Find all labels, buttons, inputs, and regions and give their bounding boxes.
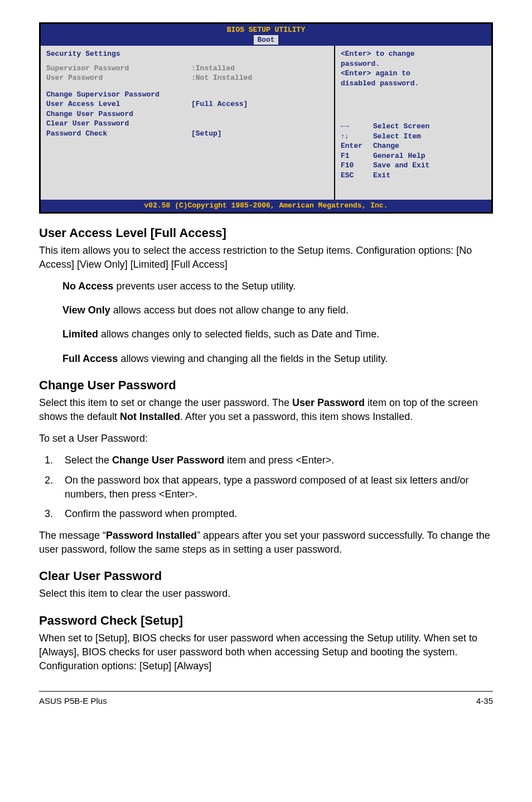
bios-change-user-pwd: Change User Password	[46, 109, 191, 119]
para-cup-d: . After you set a password, this item sh…	[180, 411, 413, 422]
bios-pc-label: Password Check	[46, 129, 191, 139]
ual-options-block: No Access prevents user access to the Se…	[39, 279, 493, 366]
bios-screenshot: BIOS SETUP UTILITY Boot Security Setting…	[39, 22, 493, 214]
bios-key-esc-d: Exit	[373, 171, 486, 181]
footer-left: ASUS P5B-E Plus	[39, 696, 107, 706]
para-cup-intro: Select this item to set or change the us…	[39, 396, 493, 424]
ual-no-access-t: prevents user access to the Setup utilit…	[113, 281, 296, 292]
bios-header: BIOS SETUP UTILITY Boot	[41, 24, 491, 46]
bios-key-select-screen: Select Screen	[373, 122, 486, 132]
li1-a: Select the	[65, 455, 112, 466]
heading-user-access-level: User Access Level [Full Access]	[39, 226, 493, 240]
bios-user-pwd-value: :Not Installed	[191, 73, 328, 83]
bios-key-f1-d: General Help	[373, 151, 486, 161]
bios-key-f10-d: Save and Exit	[373, 161, 486, 171]
bios-key-select-item: Select Item	[373, 132, 486, 142]
bios-key-f1-k: F1	[341, 151, 373, 161]
para-set-user-pwd: To set a User Password:	[39, 432, 493, 446]
li1-c: item and press <Enter>.	[224, 455, 334, 466]
para-cup-a: Select this item to set or change the us…	[39, 397, 292, 408]
ual-view-only-b: View Only	[62, 305, 110, 316]
heading-clear-user-pwd: Clear User Password	[39, 569, 493, 583]
bios-left-panel: Security Settings Supervisor Password :I…	[41, 46, 335, 200]
bios-ual-label: User Access Level	[46, 99, 191, 109]
para-password-check: When set to [Setup], BIOS checks for use…	[39, 631, 493, 674]
bios-pc-value: [Setup]	[191, 129, 328, 139]
bios-help-line3: <Enter> again to	[341, 69, 486, 79]
bios-help-line1: <Enter> to change	[341, 49, 486, 59]
footer-right: 4-35	[476, 696, 493, 706]
bios-key-esc-k: ESC	[341, 171, 373, 181]
para-clear-user-pwd: Select this item to clear the user passw…	[39, 587, 493, 601]
bios-help-line2: password.	[341, 59, 486, 69]
bios-tab-boot: Boot	[254, 35, 278, 45]
ual-view-only-t: allows access but does not allow change …	[110, 305, 349, 316]
bios-sup-pwd-label: Supervisor Password	[46, 64, 191, 74]
ual-full-access-b: Full Access	[62, 353, 118, 364]
ual-limited-t: allows changes only to selected fields, …	[98, 328, 379, 340]
bios-change-sup-pwd: Change Supervisor Password	[46, 90, 191, 100]
bios-sup-pwd-value: :Installed	[191, 64, 328, 74]
bios-clear-user-pwd: Clear User Password	[46, 119, 191, 129]
bios-key-enter-k: Enter	[341, 141, 373, 151]
para-pwd-installed-msg: The message “Password Installed” appears…	[39, 529, 493, 557]
list-item: On the password box that appears, type a…	[56, 474, 493, 501]
heading-password-check: Password Check [Setup]	[39, 613, 493, 628]
bios-key-enter-d: Change	[373, 141, 486, 151]
msg-b: Password Installed	[106, 530, 197, 541]
bios-key-f10-k: F10	[341, 161, 373, 171]
heading-change-user-pwd: Change User Password	[39, 378, 493, 393]
bios-footer: v02.58 (C)Copyright 1985-2006, American …	[41, 200, 491, 212]
bios-ual-value: [Full Access]	[191, 99, 328, 109]
bios-section-heading: Security Settings	[46, 49, 328, 59]
bios-user-pwd-label: User Password	[46, 73, 191, 83]
para-cup-b2: Not Installed	[120, 411, 180, 422]
ual-full-access-t: allows viewing and changing all the fiel…	[118, 353, 388, 364]
para-ual-intro: This item allows you to select the acces…	[39, 244, 493, 272]
arrows-ud-icon	[341, 132, 349, 141]
arrows-lr-icon	[341, 122, 349, 131]
list-item: Select the Change User Password item and…	[56, 453, 493, 467]
bios-title: BIOS SETUP UTILITY	[41, 25, 491, 35]
set-user-pwd-steps: Select the Change User Password item and…	[39, 453, 493, 521]
list-item: Confirm the password when prompted.	[56, 507, 493, 521]
msg-a: The message “	[39, 530, 106, 541]
para-cup-b1: User Password	[292, 397, 365, 408]
ual-limited-b: Limited	[62, 328, 98, 340]
page-footer: ASUS P5B-E Plus 4-35	[39, 691, 493, 706]
li1-b: Change User Password	[112, 455, 224, 466]
ual-no-access-b: No Access	[62, 281, 113, 292]
bios-help-line4: disabled password.	[341, 79, 486, 89]
bios-right-panel: <Enter> to change password. <Enter> agai…	[335, 46, 491, 200]
